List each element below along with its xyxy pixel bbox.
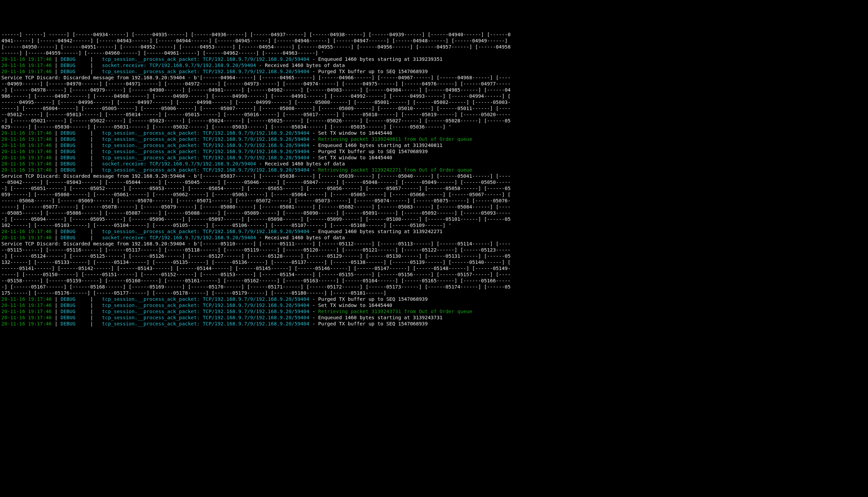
log-line: 20-11-16 19:17:46 | DEBUG | tcp_session.… bbox=[1, 148, 867, 155]
hex-dump-line: 986------] [------04987------] [------04… bbox=[1, 93, 867, 99]
hex-dump-line: 175------] [------05176------] [------05… bbox=[1, 290, 867, 296]
hex-dump-line: ------] ------] ------] [------04934----… bbox=[1, 31, 867, 38]
log-line: 20-11-16 19:17:46 | DEBUG | tcp_session.… bbox=[1, 296, 867, 302]
hex-dump-line: 059------] [------05060------] [------05… bbox=[1, 191, 867, 198]
log-line: 20-11-16 19:17:46 | DEBUG | tcp_session.… bbox=[1, 228, 867, 234]
hex-dump-line: --05158------] [------05159------] [----… bbox=[1, 278, 867, 284]
hex-dump-line: -----] [------05004------] [------05005-… bbox=[1, 105, 867, 111]
hex-dump-line: -] [------05124------] [------05125-----… bbox=[1, 253, 867, 259]
hex-dump-line: ------05141------] [------05142------] [… bbox=[1, 265, 867, 271]
log-line: 20-11-16 19:17:46 | DEBUG | tcp_session.… bbox=[1, 130, 867, 136]
log-line: 20-11-16 19:17:46 | DEBUG | tcp_session.… bbox=[1, 155, 867, 161]
hex-dump-line: [------04950------] [------04951------] … bbox=[1, 44, 867, 50]
log-line: 20-11-16 19:17:46 | DEBUG | tcp_session.… bbox=[1, 56, 867, 62]
hex-dump-line: --04969------] [------04970------] [----… bbox=[1, 81, 867, 87]
hex-dump-line: --05085------] [------05086------] [----… bbox=[1, 210, 867, 216]
hex-dump-line: ------04995------] [------04996------] [… bbox=[1, 99, 867, 105]
hex-dump-line: -] [------05167------] [------05168-----… bbox=[1, 284, 867, 290]
hex-dump-line: Service TCP Discard: Discarded message f… bbox=[1, 173, 867, 179]
hex-dump-line: -] [------05051------] [------05052-----… bbox=[1, 185, 867, 191]
hex-dump-line: -----] [------05077------] [------05078-… bbox=[1, 204, 867, 210]
hex-dump-line: 029------] [------05030------] [------05… bbox=[1, 124, 867, 130]
hex-dump-line: 132------] [------05133------] [------05… bbox=[1, 259, 867, 265]
log-line: 20-11-16 19:17:46 | DEBUG | tcp_session.… bbox=[1, 68, 867, 75]
hex-dump-line: -] [------05021------] [------05022-----… bbox=[1, 118, 867, 124]
hex-dump-line: 102------] [------05103------] [------05… bbox=[1, 222, 867, 228]
hex-dump-line: --05042------] [------05043------] [----… bbox=[1, 179, 867, 185]
log-line: 20-11-16 19:17:46 | DEBUG | tcp_session.… bbox=[1, 321, 867, 327]
log-line: 20-11-16 19:17:46 | DEBUG | socket.recei… bbox=[1, 234, 867, 241]
log-line: 20-11-16 19:17:46 | DEBUG | tcp_session.… bbox=[1, 302, 867, 308]
log-line: 20-11-16 19:17:46 | DEBUG | tcp_session.… bbox=[1, 167, 867, 173]
hex-dump-line: -] [------04978------] [------04979-----… bbox=[1, 87, 867, 93]
log-line: 20-11-16 19:17:46 | DEBUG | socket.recei… bbox=[1, 62, 867, 68]
hex-dump-line: --05012------] [------05013------] [----… bbox=[1, 111, 867, 118]
log-line: 20-11-16 19:17:46 | DEBUG | socket.recei… bbox=[1, 161, 867, 167]
hex-dump-line: Service TCP Discard: Discarded message f… bbox=[1, 241, 867, 247]
hex-dump-line: -] [------05094------] [------05095-----… bbox=[1, 216, 867, 222]
log-line: 20-11-16 19:17:46 | DEBUG | tcp_session.… bbox=[1, 136, 867, 142]
log-line: 20-11-16 19:17:46 | DEBUG | tcp_session.… bbox=[1, 314, 867, 321]
hex-dump-line: -----] [------05150------] [------05151-… bbox=[1, 271, 867, 278]
hex-dump-line: Service TCP Discard: Discarded message f… bbox=[1, 75, 867, 81]
hex-dump-line: --05115------] [------05116------] [----… bbox=[1, 247, 867, 253]
log-line: 20-11-16 19:17:46 | DEBUG | tcp_session.… bbox=[1, 308, 867, 314]
hex-dump-line: 4941------] [------04942------] [------0… bbox=[1, 38, 867, 44]
hex-dump-line: ------] [------04959------] [------04960… bbox=[1, 50, 867, 56]
hex-dump-line: ------05068------] [------05069------] [… bbox=[1, 198, 867, 204]
terminal-output[interactable]: ------] ------] ------] [------04934----… bbox=[0, 31, 868, 327]
log-line: 20-11-16 19:17:46 | DEBUG | tcp_session.… bbox=[1, 142, 867, 148]
